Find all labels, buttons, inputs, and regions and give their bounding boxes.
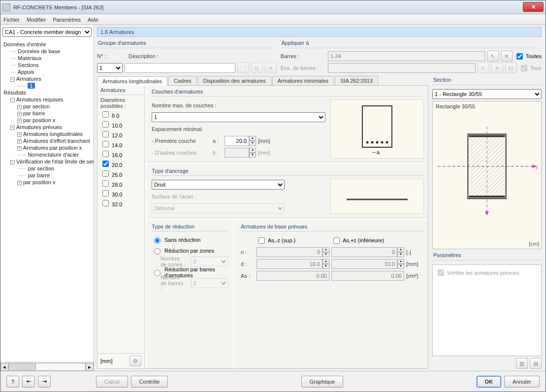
- tab-longitudinal[interactable]: Armatures longitudinales: [97, 76, 167, 86]
- tree-input[interactable]: Données d'entrée: [0, 41, 94, 48]
- tab-sia[interactable]: SIA 262:2013: [335, 76, 378, 85]
- next-button[interactable]: ⇥: [38, 376, 51, 388]
- lbl-bars: Barres :: [281, 53, 326, 59]
- svg-point-1: [366, 141, 369, 144]
- tree-rebar[interactable]: −Armatures: [0, 75, 94, 82]
- diam-option[interactable]: 14.0: [100, 139, 141, 149]
- chk-as-bot[interactable]: As,+z (inférieure): [331, 236, 404, 245]
- tree-required[interactable]: −Armatures requises: [0, 96, 94, 103]
- d-top-input[interactable]: [257, 259, 322, 269]
- tab-layout[interactable]: Disposition des armatures: [198, 76, 271, 85]
- tree-results[interactable]: Résultats: [0, 89, 94, 96]
- scroll-right-icon[interactable]: ▸: [86, 363, 94, 371]
- ok-button[interactable]: OK: [477, 376, 502, 388]
- cancel-button[interactable]: Annuler: [504, 376, 540, 388]
- diam-option[interactable]: 12.0: [100, 130, 141, 139]
- app-icon: [2, 3, 10, 11]
- max-layers-select[interactable]: 1: [152, 112, 325, 122]
- sets-input[interactable]: [328, 63, 476, 73]
- tree-prov-pos[interactable]: +Armatures par position x: [0, 144, 94, 151]
- diam-option[interactable]: 25.0: [100, 169, 141, 179]
- view-settings-icon[interactable]: ▥: [516, 358, 528, 369]
- reinf-desc-input[interactable]: [125, 63, 235, 73]
- view-print-icon[interactable]: ▤: [530, 358, 542, 369]
- tree-sections[interactable]: ···· Sections: [0, 62, 94, 68]
- folder-icon[interactable]: 🗀: [505, 63, 517, 73]
- tree-supports[interactable]: ···· Appuis: [0, 68, 94, 75]
- spin-up-icon[interactable]: ▲: [249, 136, 256, 141]
- help-button[interactable]: ?: [6, 376, 19, 388]
- tree-req-pos[interactable]: +par position x: [0, 117, 94, 124]
- tree-sls-pos[interactable]: +par position x: [0, 179, 94, 186]
- diam-unit: [mm]: [100, 358, 112, 364]
- chk-verify-provided[interactable]: Vérifier les armatures prévues: [436, 268, 519, 277]
- reinf-no-select[interactable]: 1: [97, 63, 123, 73]
- menu-help[interactable]: Aide: [88, 17, 98, 23]
- chk-all-bars[interactable]: Toutes: [514, 52, 542, 61]
- diam-option[interactable]: 10.0: [100, 120, 141, 130]
- page-panel: 1.6 Armatures Groupe d'armatures N° : De…: [94, 25, 546, 371]
- tree-rebar-1[interactable]: ······ 1: [0, 82, 94, 89]
- clear-sets-icon[interactable]: ✕: [491, 63, 503, 73]
- radio-zones[interactable]: Réduction par zones: [152, 245, 228, 256]
- steel-surface-select: Déformé: [152, 203, 285, 213]
- anchor-type-select[interactable]: Droit: [152, 180, 285, 190]
- tree-req-bar[interactable]: +par barre: [0, 110, 94, 117]
- chk-all-sets[interactable]: Tous: [519, 64, 542, 73]
- tree-nomen[interactable]: ······ Nomenclature d'acier: [0, 151, 94, 158]
- tree-materials[interactable]: ···· Matériaux: [0, 55, 94, 62]
- tree-prov-long[interactable]: +Armatures longitudinales: [0, 131, 94, 137]
- n-top-input[interactable]: [257, 247, 322, 257]
- pick-bars-icon[interactable]: ↖: [487, 51, 499, 62]
- tab-stirrups[interactable]: Cadres: [168, 76, 196, 85]
- diam-option[interactable]: 32.0: [100, 198, 141, 208]
- pick-sets-icon[interactable]: ↖: [478, 63, 489, 73]
- chk-as-top[interactable]: As,-z (sup.): [257, 236, 329, 245]
- group-reinf: Groupe d'armatures N° : Description : 1 …: [97, 39, 277, 74]
- tab-minimal[interactable]: Armatures minimales: [272, 76, 334, 85]
- delete-group-icon[interactable]: ✕: [265, 63, 277, 73]
- tree-sls-sec[interactable]: ······ par section: [0, 165, 94, 172]
- rebar-diameters: Armatures Diamètres possibles : 8.0 10.0…: [97, 86, 145, 368]
- close-button[interactable]: ✕: [523, 2, 544, 12]
- svg-point-5: [386, 141, 388, 144]
- scroll-left-icon[interactable]: ◂: [0, 363, 8, 371]
- tree-base[interactable]: ···· Données de base: [0, 48, 94, 55]
- tree-req-sec[interactable]: +par section: [0, 103, 94, 110]
- tree-sls-bar[interactable]: ······ par barre: [0, 172, 94, 179]
- diam-option[interactable]: 16.0: [100, 149, 141, 159]
- navigator-tree[interactable]: Données d'entrée ···· Données de base ··…: [0, 40, 94, 362]
- tree-hscroll[interactable]: ◂ ▸: [0, 362, 94, 371]
- calc-button[interactable]: Calcul: [96, 376, 128, 388]
- diam-list[interactable]: Diamètres possibles : 8.0 10.0 12.0 14.0…: [97, 95, 144, 353]
- copy-group-icon[interactable]: ⎘: [251, 63, 263, 73]
- svg-text:↔a: ↔a: [371, 149, 380, 155]
- prev-button[interactable]: ⇤: [22, 376, 35, 388]
- clear-bars-icon[interactable]: ✕: [501, 51, 513, 62]
- section-select[interactable]: 1 - Rectangle 30/55: [432, 89, 542, 99]
- diam-option[interactable]: 30.0: [100, 189, 141, 198]
- n-bot-input[interactable]: [331, 247, 397, 257]
- bars-input[interactable]: [328, 51, 485, 61]
- diam-option[interactable]: 28.0: [100, 179, 141, 189]
- d-bot-input[interactable]: [331, 259, 397, 269]
- page-title: 1.6 Armatures: [97, 27, 542, 37]
- check-button[interactable]: Contrôle: [131, 376, 168, 388]
- graphic-button[interactable]: Graphique: [301, 376, 343, 388]
- tree-sls[interactable]: −Vérification de l'état limite de servic…: [0, 158, 94, 165]
- spacing-b-input: [225, 148, 249, 158]
- tree-provided[interactable]: −Armatures prévues: [0, 124, 94, 131]
- menu-params[interactable]: Paramètres: [53, 17, 81, 23]
- new-group-icon[interactable]: 📄: [237, 63, 249, 73]
- tree-prov-shear[interactable]: +Armatures d'effort tranchant: [0, 137, 94, 144]
- spin-down-icon[interactable]: ▼: [249, 141, 256, 146]
- scroll-thumb[interactable]: [9, 363, 36, 370]
- case-combo[interactable]: CA1 - Concrete member design: [2, 27, 92, 37]
- menu-modify[interactable]: Modifier: [27, 17, 46, 23]
- radio-none[interactable]: Sans réduction: [152, 234, 228, 245]
- diam-option[interactable]: 8.0: [100, 110, 141, 120]
- menu-file[interactable]: Fichier: [3, 17, 20, 23]
- spacing-a-input[interactable]: [225, 136, 249, 146]
- diam-option[interactable]: 20.0: [100, 159, 141, 169]
- diam-edit-icon[interactable]: ⚙: [129, 356, 141, 366]
